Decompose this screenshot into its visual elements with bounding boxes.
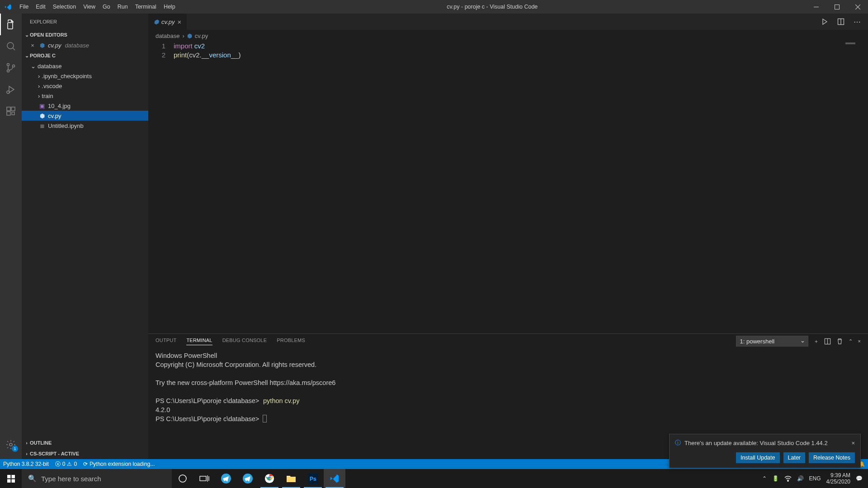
open-editor-folder: database <box>65 42 89 49</box>
file-cv-py[interactable]: ⬢cv.py <box>22 111 148 121</box>
task-vscode[interactable] <box>324 469 345 488</box>
svg-rect-7 <box>7 107 10 111</box>
search-icon: 🔍 <box>28 474 37 483</box>
windows-taskbar: 🔍 Type here to search Ps ⌃ 🔋 🔊 ENG 9:39 … <box>0 469 868 488</box>
svg-rect-18 <box>7 479 10 482</box>
panel-tab-problems[interactable]: PROBLEMS <box>277 338 305 345</box>
later-button[interactable]: Later <box>783 452 806 463</box>
menu-selection[interactable]: Selection <box>49 0 80 14</box>
svg-rect-0 <box>814 7 819 7</box>
svg-rect-8 <box>11 107 15 111</box>
folder-train[interactable]: ›train <box>22 91 148 101</box>
folder-ipynb-checkpoints[interactable]: ›.ipynb_checkpoints <box>22 71 148 81</box>
folder-vscode[interactable]: ›.vscode <box>22 81 148 91</box>
task-photoshop[interactable]: Ps <box>302 469 324 488</box>
close-editor-icon[interactable]: × <box>29 42 36 49</box>
tray-battery-icon[interactable]: 🔋 <box>772 475 779 482</box>
svg-point-2 <box>7 42 14 49</box>
explorer-view-icon[interactable] <box>0 14 22 35</box>
run-debug-view-icon[interactable] <box>0 79 22 100</box>
more-actions-icon[interactable]: ⋯ <box>851 18 863 26</box>
info-icon: ⓘ <box>675 439 681 447</box>
code-editor[interactable]: 1 2 import cv2print(cv2.__version__) <box>148 42 868 333</box>
minimize-button[interactable] <box>806 0 826 14</box>
source-control-view-icon[interactable] <box>0 57 22 79</box>
breadcrumb-file[interactable]: cv.py <box>195 33 208 39</box>
taskbar-search[interactable]: 🔍 Type here to search <box>22 469 172 488</box>
release-notes-button[interactable]: Release Notes <box>809 452 855 463</box>
menu-run[interactable]: Run <box>114 0 132 14</box>
tray-wifi-icon[interactable] <box>784 475 792 482</box>
code-lines[interactable]: import cv2print(cv2.__version__) <box>174 42 241 333</box>
menu-file[interactable]: File <box>16 0 32 14</box>
cs-script-section[interactable]: ›CS-SCRIPT - ACTIVE <box>22 448 148 459</box>
maximize-panel-icon[interactable]: ⌃ <box>849 338 853 344</box>
sync-icon: ⟳ <box>83 461 88 467</box>
editor-area: ⬢ cv.py × ⋯ database › ⬢ cv.py 1 2 impor… <box>148 14 868 459</box>
file-untitled-ipynb[interactable]: ≣Untitled.ipynb <box>22 121 148 131</box>
install-update-button[interactable]: Install Update <box>736 452 779 463</box>
notification-text: There's an update available: Visual Stud… <box>684 440 828 446</box>
outline-section[interactable]: ›OUTLINE <box>22 437 148 448</box>
open-editor-item[interactable]: × ⬢ cv.py database <box>22 40 148 50</box>
close-button[interactable] <box>847 0 868 14</box>
error-icon: ⓧ <box>55 460 61 468</box>
panel-tab-output[interactable]: OUTPUT <box>156 338 176 345</box>
menu-go[interactable]: Go <box>99 0 114 14</box>
search-view-icon[interactable] <box>0 35 22 57</box>
menu-terminal[interactable]: Terminal <box>132 0 160 14</box>
svg-rect-16 <box>7 475 10 478</box>
settings-gear-icon[interactable]: 1 <box>0 434 22 455</box>
tray-language[interactable]: ENG <box>809 475 821 482</box>
start-button[interactable] <box>0 469 22 488</box>
line-numbers: 1 2 <box>148 42 174 333</box>
tab-label: cv.py <box>161 19 175 25</box>
svg-point-4 <box>7 70 9 72</box>
kill-terminal-icon[interactable] <box>836 338 843 345</box>
svg-text:Ps: Ps <box>310 476 316 482</box>
close-notification-icon[interactable]: × <box>851 440 855 446</box>
close-tab-icon[interactable]: × <box>177 18 181 26</box>
panel-tab-terminal[interactable]: TERMINAL <box>186 338 212 345</box>
tray-volume-icon[interactable]: 🔊 <box>797 475 804 482</box>
python-file-icon: ⬢ <box>38 113 46 119</box>
tab-cv-py[interactable]: ⬢ cv.py × <box>148 14 187 30</box>
split-terminal-icon[interactable] <box>824 338 831 345</box>
menu-view[interactable]: View <box>80 0 99 14</box>
menu-help[interactable]: Help <box>160 0 179 14</box>
extensions-view-icon[interactable] <box>0 100 22 122</box>
breadcrumb-folder[interactable]: database <box>156 33 180 39</box>
panel-tab-debug-console[interactable]: DEBUG CONSOLE <box>222 338 267 345</box>
search-placeholder: Type here to search <box>41 475 101 483</box>
tray-chevron-up-icon[interactable]: ⌃ <box>762 475 767 482</box>
svg-point-11 <box>9 443 12 446</box>
tray-clock[interactable]: 9:39 AM 4/25/2020 <box>826 472 850 485</box>
menu-edit[interactable]: Edit <box>32 0 49 14</box>
image-file-icon: ▣ <box>38 103 46 109</box>
minimap[interactable] <box>845 42 855 44</box>
new-terminal-icon[interactable]: ＋ <box>814 338 819 345</box>
svg-rect-9 <box>7 112 10 115</box>
task-taskview[interactable] <box>193 469 215 488</box>
task-telegram-2[interactable] <box>237 469 259 488</box>
task-telegram-1[interactable] <box>215 469 237 488</box>
editor-tabs: ⬢ cv.py × ⋯ <box>148 14 868 30</box>
task-chrome[interactable] <box>259 469 280 488</box>
workspace-section[interactable]: ⌄POROJE C <box>22 50 148 61</box>
task-file-explorer[interactable] <box>280 469 302 488</box>
terminal-selector[interactable]: 1: powershell <box>736 336 808 347</box>
status-problems[interactable]: ⓧ0 ⚠0 <box>52 459 80 469</box>
close-panel-icon[interactable]: × <box>858 338 861 344</box>
open-editor-filename: cv.py <box>48 42 61 49</box>
file-10-4-jpg[interactable]: ▣10_4.jpg <box>22 101 148 111</box>
split-editor-icon[interactable] <box>835 18 847 25</box>
settings-badge: 1 <box>12 446 18 452</box>
folder-database[interactable]: ⌄database <box>22 61 148 71</box>
tray-action-center-icon[interactable]: 💬 <box>856 475 863 482</box>
run-file-icon[interactable] <box>818 18 831 25</box>
status-python-interpreter[interactable]: Python 3.8.2 32-bit <box>0 459 52 469</box>
task-cortana[interactable] <box>172 469 193 488</box>
maximize-button[interactable] <box>826 0 847 14</box>
breadcrumbs[interactable]: database › ⬢ cv.py <box>148 30 868 42</box>
open-editors-section[interactable]: ⌄OPEN EDITORS <box>22 29 148 40</box>
